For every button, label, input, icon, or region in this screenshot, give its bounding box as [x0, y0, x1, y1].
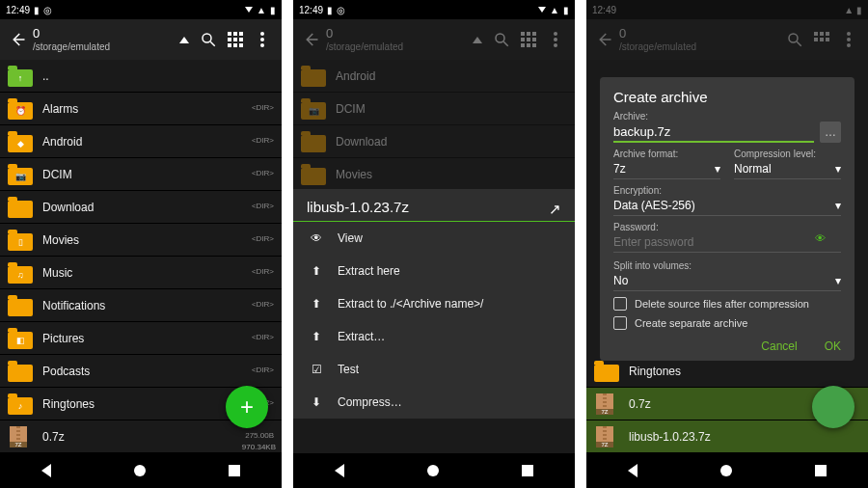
svg-point-37	[847, 38, 851, 41]
sheet-action[interactable]: ⬆Extract here	[293, 255, 575, 287]
file-meta: <DIR>	[252, 334, 274, 342]
file-row[interactable]: Podcasts<DIR>	[0, 355, 282, 388]
file-row[interactable]: 📷DCIM<DIR>	[0, 158, 282, 191]
nav-home-button[interactable]	[720, 465, 732, 476]
file-row[interactable]: ◧Pictures<DIR>	[0, 322, 282, 355]
svg-rect-32	[826, 32, 829, 36]
nav-back-button[interactable]	[41, 464, 51, 477]
path-title: 0	[33, 26, 176, 41]
icon-notification: ◎	[43, 5, 52, 15]
wifi-icon: ▲	[257, 5, 266, 15]
action-label: Extract here	[338, 264, 400, 278]
svg-point-11	[260, 32, 264, 36]
action-icon: ☑	[309, 363, 324, 376]
show-password-icon[interactable]: 👁	[815, 232, 826, 244]
format-select[interactable]: 7z▾	[613, 159, 720, 179]
battery-icon: ▮	[270, 5, 276, 15]
svg-rect-22	[521, 43, 525, 47]
svg-point-27	[554, 43, 557, 47]
password-input[interactable]	[613, 232, 841, 253]
cancel-button[interactable]: Cancel	[761, 339, 797, 353]
svg-rect-9	[233, 43, 237, 47]
icon-notification: ◎	[337, 5, 345, 15]
svg-rect-30	[814, 32, 818, 36]
file-name: Movies	[336, 168, 567, 181]
nav-bar	[293, 453, 575, 488]
path-display[interactable]: 0 /storage/emulated	[33, 26, 176, 53]
dialog-title: Create archive	[613, 89, 841, 105]
file-row[interactable]: ♫Music<DIR>	[0, 257, 282, 289]
level-select[interactable]: Normal▾	[734, 159, 841, 179]
status-bar: 12:49 ▲ ▮	[586, 0, 868, 19]
overflow-menu-button[interactable]	[249, 26, 276, 53]
file-name: libusb-1.0.23.7z	[629, 430, 860, 444]
sheet-action[interactable]: ⬆Extract…	[293, 320, 575, 353]
view-grid-button[interactable]	[222, 26, 249, 53]
password-label: Password:	[613, 222, 841, 232]
action-icon: ⬆	[309, 297, 324, 311]
file-name: Alarms	[42, 102, 252, 116]
icon-notification: ▮	[34, 5, 40, 15]
sheet-title: libusb-1.0.23.7z ↗	[293, 189, 575, 222]
nav-back-button[interactable]	[628, 464, 637, 477]
search-button[interactable]	[195, 26, 222, 53]
sheet-action[interactable]: ⬆Extract to ./<Archive name>/	[293, 287, 575, 320]
nav-home-button[interactable]	[427, 465, 439, 476]
encryption-select[interactable]: Data (AES-256)▾	[613, 196, 841, 216]
folder-icon	[8, 361, 33, 382]
path-dropdown-icon[interactable]	[179, 37, 189, 43]
app-bar: 0 /storage/emulated	[0, 19, 282, 60]
file-name: Movies	[42, 233, 252, 247]
path-dropdown-icon	[473, 37, 482, 43]
status-time: 12:49	[299, 5, 323, 15]
split-select[interactable]: No▾	[613, 271, 841, 291]
archive-label: Archive:	[613, 111, 841, 122]
delete-source-checkbox[interactable]: Delete source files after compression	[613, 297, 841, 311]
nav-recent-button[interactable]	[815, 465, 827, 476]
file-row[interactable]: ⏰Alarms<DIR>	[0, 93, 282, 125]
file-row[interactable]: Download<DIR>	[0, 191, 282, 224]
action-icon: ⬆	[309, 330, 324, 343]
overflow-menu-button	[542, 26, 569, 53]
app-bar: 0 /storage/emulated	[586, 19, 868, 60]
file-name: Download	[336, 135, 567, 149]
browse-button[interactable]: …	[820, 122, 841, 143]
sheet-action[interactable]: 👁View	[293, 222, 575, 255]
fab-archive-button[interactable]	[812, 386, 854, 428]
fab-add-button[interactable]: +	[226, 386, 268, 428]
file-row[interactable]: ▯Movies<DIR>	[0, 224, 282, 257]
svg-rect-2	[228, 32, 231, 36]
nav-recent-button[interactable]	[229, 465, 240, 476]
action-label: Test	[338, 363, 359, 376]
folder-icon: ▯	[8, 230, 33, 251]
svg-rect-31	[820, 32, 824, 36]
action-label: View	[338, 231, 363, 245]
file-name: Pictures	[42, 332, 252, 345]
open-external-icon[interactable]: ↗	[549, 201, 561, 218]
nav-back-button[interactable]	[335, 464, 344, 477]
archive-name-input[interactable]	[613, 122, 814, 143]
dropdown-icon: ▾	[835, 274, 841, 287]
back-button[interactable]	[6, 28, 29, 51]
sheet-action[interactable]: ⬇Compress…	[293, 386, 575, 419]
file-row[interactable]: ↑..	[0, 60, 282, 93]
file-name: 0.7z	[42, 430, 245, 444]
file-name: Android	[336, 69, 567, 83]
file-row[interactable]: ◆Android<DIR>	[0, 125, 282, 158]
sheet-action[interactable]: ☑Test	[293, 353, 575, 386]
file-row[interactable]: Notifications<DIR>	[0, 289, 282, 322]
file-name: Ringtones	[629, 365, 860, 378]
svg-rect-23	[527, 43, 530, 47]
file-meta: <DIR>	[252, 203, 274, 211]
svg-rect-16	[521, 32, 525, 36]
nav-home-button[interactable]	[134, 465, 146, 476]
nav-recent-button[interactable]	[522, 465, 533, 476]
svg-point-25	[554, 32, 557, 36]
checkbox-icon	[613, 316, 627, 330]
storage-info: 970.34KB	[242, 443, 276, 451]
svg-point-12	[260, 38, 264, 41]
encryption-label: Encryption:	[613, 185, 841, 196]
separate-archive-checkbox[interactable]: Create separate archive	[613, 316, 841, 330]
ok-button[interactable]: OK	[825, 339, 841, 353]
folder-icon	[8, 295, 33, 316]
